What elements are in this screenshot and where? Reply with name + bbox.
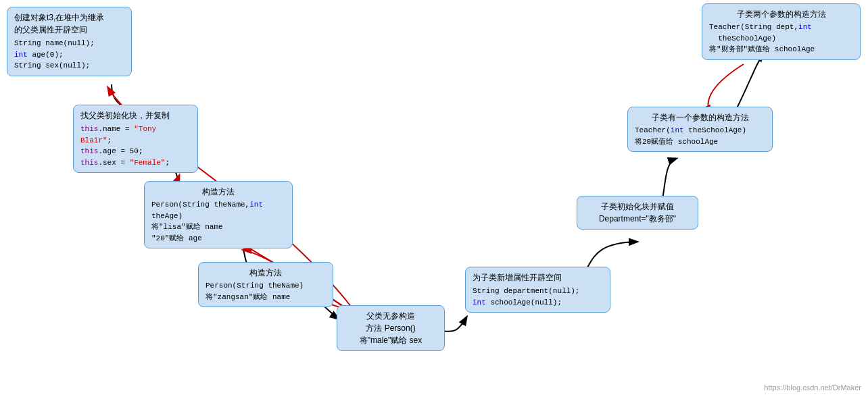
node4-code: Person(String theName) 将"zangsan"赋给 name: [206, 280, 326, 302]
node-subclass-new-props: 为子类新增属性开辟空间 String department(null); int…: [465, 267, 610, 313]
node1-code: String name(null); int age(0); String se…: [14, 38, 124, 72]
node4-title: 构造方法: [206, 267, 326, 279]
node-no-param-constructor: 父类无参构造方法 Person()将"male"赋给 sex: [337, 305, 445, 351]
node-subclass-init-block: 子类初始化块并赋值Department="教务部": [577, 196, 698, 230]
node-create-object: 创建对象t3,在堆中为继承的父类属性开辟空间 String name(null)…: [7, 7, 132, 76]
node9-title: 子类两个参数的构造方法: [709, 8, 853, 20]
node5-text: 父类无参构造方法 Person()将"male"赋给 sex: [344, 310, 437, 346]
diagram: 创建对象t3,在堆中为继承的父类属性开辟空间 String name(null)…: [0, 0, 868, 397]
node8-title: 子类有一个参数的构造方法: [635, 111, 765, 124]
node6-code: String department(null); int schoolAge(n…: [473, 286, 603, 308]
node2-title: 找父类初始化块，并复制: [80, 109, 191, 122]
node3-code: Person(String theName,int theAge) 将"lisa…: [151, 199, 285, 244]
node2-code: this.name = "Tony Blair"; this.age = 50;…: [80, 124, 191, 168]
watermark: https://blog.csdn.net/DrMaker: [764, 383, 861, 392]
node-parent-init-block: 找父类初始化块，并复制 this.name = "Tony Blair"; th…: [73, 105, 198, 173]
node-subclass-two-param-constructor: 子类两个参数的构造方法 Teacher(String dept,int theS…: [702, 3, 861, 60]
node1-title: 创建对象t3,在堆中为继承的父类属性开辟空间: [14, 11, 124, 36]
node9-code: Teacher(String dept,int theSchoolAge) 将"…: [709, 22, 853, 55]
node-constructor-two-params: 构造方法 Person(String theName,int theAge) 将…: [144, 181, 293, 248]
node-subclass-one-param-constructor: 子类有一个参数的构造方法 Teacher(int theSchoolAge) 将…: [627, 107, 773, 152]
node7-text: 子类初始化块并赋值Department="教务部": [584, 201, 691, 225]
node8-code: Teacher(int theSchoolAge) 将20赋值给 schoolA…: [635, 125, 765, 147]
node-constructor-one-param: 构造方法 Person(String theName) 将"zangsan"赋给…: [198, 262, 333, 307]
node6-title: 为子类新增属性开辟空间: [473, 271, 603, 284]
node3-title: 构造方法: [151, 186, 285, 198]
